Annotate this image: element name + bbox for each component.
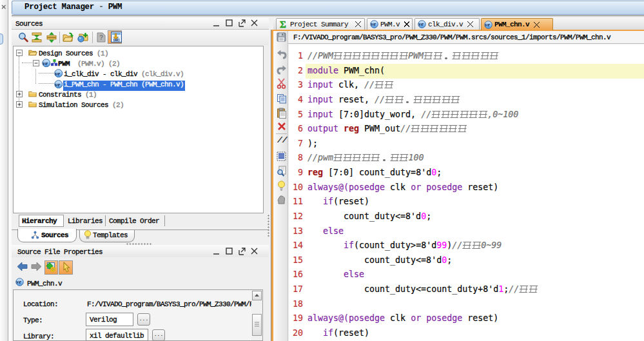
svg-text:?: ? (99, 34, 103, 41)
